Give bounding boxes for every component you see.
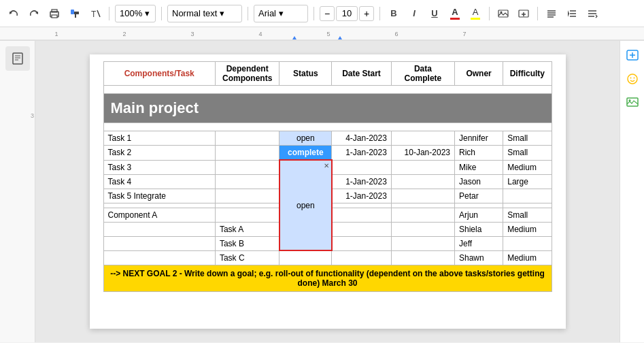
- page: Components/Task Dependent Components Sta…: [90, 54, 566, 329]
- task-b-date: [332, 236, 392, 250]
- ruler: 1 2 3 4 5 6 7: [0, 27, 644, 41]
- style-dropdown[interactable]: Normal text ▾: [167, 5, 242, 22]
- highlight-color-button[interactable]: A: [467, 5, 484, 22]
- more-options-button[interactable]: [584, 5, 600, 22]
- bold-button[interactable]: B: [386, 5, 402, 22]
- blank-date: [332, 203, 392, 208]
- task-c-date: [332, 250, 392, 265]
- task-a-diff: Medium: [503, 222, 552, 236]
- comp-a-dep: [215, 208, 279, 222]
- sep1: [109, 7, 109, 20]
- task-4-date: 1-Jan-2023: [332, 174, 392, 189]
- font-size-minus[interactable]: −: [320, 6, 335, 21]
- italic-button[interactable]: I: [406, 5, 422, 22]
- task-3-owner: Mike: [454, 160, 503, 174]
- main-project-title: Main project: [103, 94, 552, 123]
- comp-a-complete: [391, 208, 454, 222]
- font-size-plus[interactable]: +: [359, 6, 374, 21]
- task-4-owner: Jason: [454, 174, 503, 189]
- task-a-dep: Task A: [215, 222, 279, 236]
- task-1-date: 4-Jan-2023: [332, 131, 392, 146]
- task-c-dep: Task C: [215, 250, 279, 265]
- font-arrow: ▾: [279, 8, 284, 18]
- task-2-name: Task 2: [103, 146, 215, 161]
- svg-text:5: 5: [326, 31, 330, 37]
- spacer-row-2: [103, 123, 552, 131]
- task-3-complete: [391, 160, 454, 174]
- sep6: [489, 7, 490, 20]
- task-2-owner: Rich: [454, 146, 503, 161]
- svg-text:7: 7: [462, 31, 466, 37]
- comp-a-diff: Small: [503, 208, 552, 222]
- task-a-owner: Shiela: [454, 222, 503, 236]
- svg-rect-5: [71, 10, 74, 14]
- merged-open-status-cell[interactable]: open ✕: [279, 160, 332, 250]
- style-value: Normal text: [172, 8, 217, 18]
- cell-close-button[interactable]: ✕: [324, 162, 329, 169]
- sep5: [379, 7, 380, 20]
- task-5-diff: [503, 189, 552, 203]
- undo-button[interactable]: [5, 5, 22, 22]
- font-size-area: − +: [320, 6, 374, 21]
- zoom-value: 100%: [120, 8, 142, 18]
- underline-button[interactable]: U: [426, 5, 443, 22]
- redo-button[interactable]: [26, 5, 42, 22]
- spacer-row-1: [103, 86, 552, 94]
- font-color-label: A: [452, 7, 458, 17]
- task-c-diff: Medium: [503, 250, 552, 265]
- svg-text:3: 3: [190, 31, 194, 37]
- blank-diff: [503, 203, 552, 208]
- header-status: Status: [279, 62, 332, 86]
- svg-point-43: [630, 78, 631, 79]
- left-panel: 3: [0, 41, 35, 342]
- font-color-button[interactable]: A: [447, 5, 463, 22]
- clear-format-button[interactable]: T: [87, 5, 103, 22]
- paint-format-button[interactable]: [67, 5, 83, 22]
- doc-area[interactable]: Components/Task Dependent Components Sta…: [35, 41, 620, 342]
- sep4: [313, 7, 314, 20]
- task-b-dep: Task B: [215, 236, 279, 250]
- page-panel-button[interactable]: [5, 46, 30, 71]
- add-comment-button[interactable]: [623, 46, 642, 65]
- task-5-complete: [391, 189, 454, 203]
- svg-point-42: [628, 74, 637, 84]
- insert-drawing-button[interactable]: [515, 5, 532, 22]
- sep2: [161, 7, 162, 20]
- task-c-complete: [391, 250, 454, 265]
- task-2-status: complete: [279, 146, 332, 161]
- svg-text:1: 1: [54, 31, 58, 37]
- task-a-complete: [391, 222, 454, 236]
- main-project-row: Main project: [103, 94, 552, 123]
- table-row: Task 1 open 4-Jan-2023 Jennifer Small: [103, 131, 552, 146]
- image-insert-button[interactable]: [623, 93, 642, 112]
- svg-text:4: 4: [258, 31, 262, 37]
- line-spacing-button[interactable]: [564, 5, 580, 22]
- task-5-dep: [215, 189, 279, 203]
- task-3-dep: [215, 160, 279, 174]
- print-button[interactable]: [46, 5, 63, 22]
- table-header-row: Components/Task Dependent Components Sta…: [103, 62, 552, 86]
- task-1-name: Task 1: [103, 131, 215, 146]
- font-size-input[interactable]: [336, 6, 358, 21]
- font-dropdown[interactable]: Arial ▾: [254, 5, 308, 22]
- zoom-dropdown[interactable]: 100% ▾: [115, 5, 156, 22]
- task-5-date: 1-Jan-2023: [332, 189, 392, 203]
- blank-dep: [215, 203, 279, 208]
- svg-rect-24: [0, 27, 644, 41]
- goal-row: --> NEXT GOAL 2 - Write down a goal; e.g…: [103, 265, 552, 291]
- table-row: Task C Shawn Medium: [103, 250, 552, 265]
- insert-image-button[interactable]: [495, 5, 511, 22]
- task-5-owner: Petar: [454, 189, 503, 203]
- sep3: [248, 7, 248, 20]
- align-button[interactable]: [543, 5, 560, 22]
- header-task: Components/Task: [103, 62, 215, 86]
- doc-table: Components/Task Dependent Components Sta…: [103, 61, 552, 292]
- comp-a-date: [332, 208, 392, 222]
- task-1-dep: [215, 131, 279, 146]
- task-4-diff: Large: [503, 174, 552, 189]
- task-b-complete: [391, 236, 454, 250]
- style-arrow: ▾: [220, 8, 224, 18]
- svg-text:2: 2: [122, 31, 126, 37]
- emoji-button[interactable]: [623, 69, 642, 88]
- blank-complete: [391, 203, 454, 208]
